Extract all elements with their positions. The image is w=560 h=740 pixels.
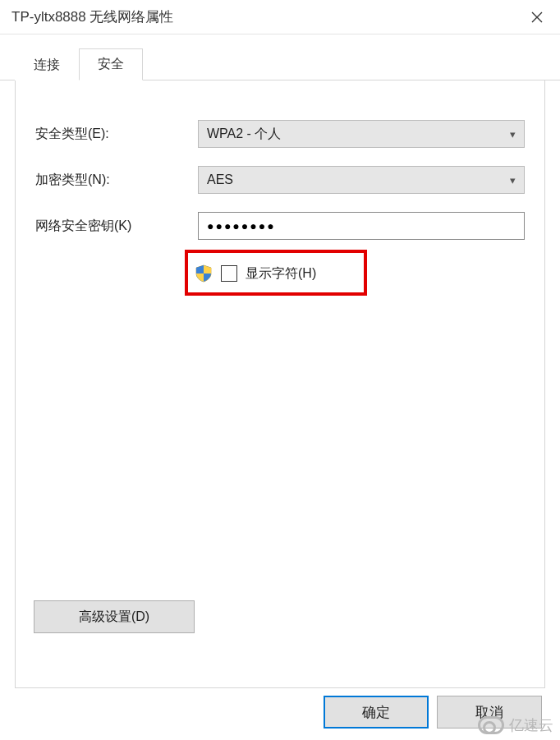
chevron-down-icon: ▾ <box>510 174 516 186</box>
dialog-footer: 确定 取消 <box>324 696 542 729</box>
shield-icon <box>195 264 213 283</box>
close-button[interactable] <box>517 1 557 34</box>
ok-button[interactable]: 确定 <box>324 696 429 729</box>
network-key-input[interactable]: ●●●●●●●● <box>198 212 525 240</box>
security-type-label: 安全类型(E): <box>35 126 198 143</box>
encryption-type-row: 加密类型(N): AES ▾ <box>35 166 525 194</box>
security-type-select[interactable]: WPA2 - 个人 ▾ <box>198 120 525 148</box>
chevron-down-icon: ▾ <box>510 128 516 140</box>
window-title: TP-yltx8888 无线网络属性 <box>11 7 173 26</box>
advanced-settings-button[interactable]: 高级设置(D) <box>34 600 195 633</box>
encryption-type-value: AES <box>207 172 233 187</box>
tab-strip: 连接 安全 <box>0 34 560 80</box>
show-characters-group: 显示字符(H) <box>185 258 525 289</box>
close-icon <box>531 11 543 23</box>
tab-connect[interactable]: 连接 <box>15 49 79 80</box>
security-panel: 安全类型(E): WPA2 - 个人 ▾ 加密类型(N): AES ▾ 网络安全… <box>15 80 545 688</box>
network-key-masked: ●●●●●●●● <box>207 219 276 232</box>
network-key-row: 网络安全密钥(K) ●●●●●●●● <box>35 212 525 240</box>
show-characters-label: 显示字符(H) <box>246 265 316 283</box>
cancel-button[interactable]: 取消 <box>437 696 542 729</box>
network-key-label: 网络安全密钥(K) <box>35 218 198 235</box>
show-characters-checkbox[interactable] <box>221 265 237 282</box>
encryption-type-label: 加密类型(N): <box>35 172 198 189</box>
title-bar: TP-yltx8888 无线网络属性 <box>0 0 560 34</box>
show-characters-row: 显示字符(H) <box>185 258 525 289</box>
security-type-value: WPA2 - 个人 <box>207 126 281 143</box>
encryption-type-select[interactable]: AES ▾ <box>198 166 525 194</box>
security-type-row: 安全类型(E): WPA2 - 个人 ▾ <box>35 120 525 148</box>
tab-security[interactable]: 安全 <box>79 48 143 80</box>
